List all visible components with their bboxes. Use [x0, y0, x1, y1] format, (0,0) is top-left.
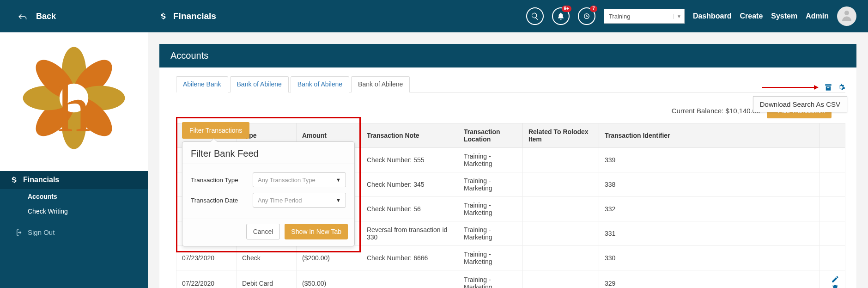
- user-icon: [840, 8, 854, 24]
- back-arrow-icon[interactable]: [18, 10, 27, 22]
- svg-point-1: [844, 11, 849, 15]
- accounts-panel: Accounts Abilene Bank Bank of Abilene Ba…: [159, 44, 856, 288]
- csv-tooltip: Download Search As CSV: [753, 96, 847, 112]
- panel-action-icons: Download Search As CSV: [762, 82, 845, 92]
- back-button[interactable]: Back: [36, 12, 56, 21]
- cell-related: [523, 221, 599, 246]
- delete-icon[interactable]: [831, 283, 839, 288]
- cell-note: Check Number: 555: [361, 148, 458, 172]
- topbar-right: Financials 9+ 7 Training: [148, 0, 868, 32]
- notifications-button[interactable]: 9+: [552, 7, 570, 25]
- cell-actions: [820, 270, 845, 288]
- brand-logo-icon: h: [18, 45, 129, 158]
- cell-type: Debit Card: [237, 270, 297, 288]
- th-location[interactable]: Transaction Location: [458, 123, 523, 148]
- dollar-icon: [10, 176, 18, 184]
- nav-create[interactable]: Create: [740, 12, 763, 20]
- cell-location: Training - Marketing: [458, 246, 523, 270]
- cancel-button[interactable]: Cancel: [246, 224, 280, 239]
- tab-bank-of-abilene-1[interactable]: Bank of Abilene: [230, 76, 289, 92]
- archive-icon[interactable]: [824, 82, 832, 92]
- dollar-icon: [159, 11, 168, 21]
- cell-note: Check Number: 56: [361, 197, 458, 221]
- cell-note: Reversal from transaction id 330: [361, 221, 458, 246]
- gear-icon[interactable]: [837, 82, 845, 92]
- activity-button[interactable]: 7: [578, 7, 595, 25]
- cell-note: [361, 270, 458, 288]
- filter-row-date: Transaction Date Any Time Period ▼: [191, 193, 346, 208]
- signout-label: Sign Out: [28, 228, 55, 236]
- signout-icon: [14, 228, 22, 237]
- activity-badge: 7: [590, 6, 597, 12]
- org-select[interactable]: Training ▼: [604, 9, 685, 24]
- show-in-new-tab-button[interactable]: Show In New Tab: [285, 224, 348, 239]
- cell-related: [523, 197, 599, 221]
- account-tabs: Abilene Bank Bank of Abilene Bank of Abi…: [176, 76, 410, 92]
- cell-related: [523, 172, 599, 197]
- cell-related: [523, 246, 599, 270]
- filter-popover: Filter Bank Feed Transaction Type Any Tr…: [182, 141, 355, 246]
- cell-identifier: 338: [599, 172, 820, 197]
- topbar-actions: 9+ 7 Training ▼ Dashboard Create System …: [526, 6, 856, 26]
- chevron-down-icon: ▼: [336, 177, 341, 183]
- th-note[interactable]: Transaction Note: [361, 123, 458, 148]
- cell-location: Training - Marketing: [458, 172, 523, 197]
- nav-system[interactable]: System: [771, 12, 797, 20]
- cell-identifier: 332: [599, 197, 820, 221]
- th-identifier[interactable]: Transaction Identifier: [599, 123, 820, 148]
- panel-title: Accounts: [159, 44, 856, 67]
- signout-link[interactable]: Sign Out: [0, 219, 148, 237]
- cell-identifier: 329: [599, 270, 820, 288]
- layout: h Financials Accounts Check Writing: [0, 32, 868, 288]
- transaction-date-select[interactable]: Any Time Period ▼: [253, 193, 346, 208]
- select-placeholder: Any Transaction Type: [258, 177, 316, 184]
- transaction-date-label: Transaction Date: [191, 197, 246, 204]
- tab-abilene-bank[interactable]: Abilene Bank: [176, 76, 228, 92]
- table-row[interactable]: 07/22/2020Debit Card($50.00)Training - M…: [176, 270, 845, 288]
- filter-popover-annotation: Filter Transactions Filter Bank Feed Tra…: [176, 117, 361, 252]
- sidebar-item-label: Financials: [23, 176, 59, 184]
- th-related[interactable]: Related To Rolodex Item: [523, 123, 599, 148]
- edit-icon[interactable]: [831, 275, 839, 282]
- sidebar-sub-label: Check Writing: [28, 208, 68, 215]
- transaction-type-label: Transaction Type: [191, 177, 246, 184]
- cell-actions: [820, 148, 845, 172]
- cell-actions: [820, 221, 845, 246]
- svg-text:h: h: [57, 72, 91, 146]
- cell-identifier: 339: [599, 148, 820, 172]
- cell-location: Training - Marketing: [458, 221, 523, 246]
- cell-date: 07/22/2020: [176, 270, 237, 288]
- main: Accounts Abilene Bank Bank of Abilene Ba…: [148, 32, 868, 288]
- search-icon: [531, 12, 539, 21]
- cell-related: [523, 270, 599, 288]
- cell-actions: [820, 172, 845, 197]
- select-placeholder: Any Time Period: [258, 197, 302, 204]
- filter-row-type: Transaction Type Any Transaction Type ▼: [191, 172, 346, 187]
- th-actions: [820, 123, 845, 148]
- tab-bank-of-abilene-3[interactable]: Bank of Abilene: [351, 76, 410, 92]
- sidebar-sub-label: Accounts: [28, 193, 57, 200]
- nav-dashboard[interactable]: Dashboard: [693, 12, 732, 20]
- chevron-down-icon: ▼: [336, 197, 341, 203]
- tab-bank-of-abilene-2[interactable]: Bank of Abilene: [291, 76, 349, 92]
- annotation-arrow-icon: [762, 87, 818, 88]
- transaction-type-select[interactable]: Any Transaction Type ▼: [253, 172, 346, 187]
- current-balance-label: Current Balance: $10,140.00: [672, 107, 760, 115]
- filter-transactions-button[interactable]: Filter Transactions: [182, 122, 249, 139]
- sidebar-item-financials[interactable]: Financials: [0, 171, 148, 189]
- nav-admin[interactable]: Admin: [806, 12, 829, 20]
- popover-footer: Cancel Show In New Tab: [182, 219, 354, 246]
- cell-location: Training - Marketing: [458, 148, 523, 172]
- side-nav: Financials Accounts Check Writing Sign O…: [0, 171, 148, 288]
- popover-title: Filter Bank Feed: [182, 142, 354, 164]
- sidebar-sub-accounts[interactable]: Accounts: [0, 189, 148, 204]
- search-button[interactable]: [526, 7, 544, 25]
- cell-amount: ($50.00): [297, 270, 361, 288]
- cell-identifier: 330: [599, 246, 820, 270]
- module-title: Financials: [159, 11, 216, 21]
- popover-body: Transaction Type Any Transaction Type ▼ …: [182, 164, 354, 219]
- avatar[interactable]: [837, 6, 856, 26]
- sidebar-sub-check-writing[interactable]: Check Writing: [0, 204, 148, 219]
- org-selected-label: Training: [609, 13, 630, 20]
- cell-related: [523, 148, 599, 172]
